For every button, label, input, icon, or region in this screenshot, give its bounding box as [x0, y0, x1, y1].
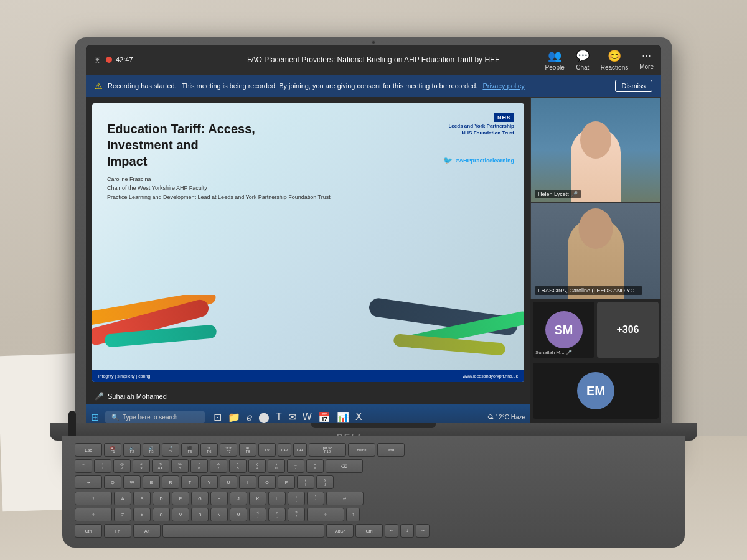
taskbar-teams-icon[interactable]: T [276, 411, 282, 422]
key-8[interactable]: *8 [229, 459, 247, 473]
key-0[interactable]: )0 [268, 459, 285, 473]
key-f10[interactable]: F10 [278, 443, 291, 457]
key-rshift[interactable]: ⇧ [307, 508, 344, 521]
key-2[interactable]: @2 [113, 459, 131, 473]
key-rbracket[interactable]: }] [316, 475, 334, 489]
key-slash[interactable]: ?/ [288, 508, 305, 521]
taskbar-folder-icon[interactable]: 📁 [228, 411, 240, 423]
key-x[interactable]: X [133, 508, 151, 521]
key-4[interactable]: $4 € [152, 459, 169, 473]
taskbar-chrome-icon[interactable]: ⬤ [258, 411, 270, 423]
taskbar-excel-icon[interactable]: X [355, 411, 362, 422]
key-minus[interactable]: _- [287, 459, 304, 473]
key-d[interactable]: D [153, 492, 170, 505]
key-o[interactable]: O [258, 475, 276, 489]
windows-logo[interactable]: ⊞ [91, 411, 99, 423]
key-f1[interactable]: 🔇F1 [104, 443, 121, 457]
key-z[interactable]: Z [114, 508, 131, 521]
slide-graphic [92, 295, 524, 370]
key-a[interactable]: A [114, 492, 131, 505]
key-f2[interactable]: 🔉F2 [123, 443, 141, 457]
key-e[interactable]: E [143, 475, 160, 489]
search-icon: 🔍 [111, 414, 119, 421]
key-lshift[interactable]: ⇧ [75, 508, 112, 521]
key-f6[interactable]: ☀F6 [200, 443, 218, 457]
key-capslock[interactable]: ⇪ [75, 492, 112, 505]
key-c[interactable]: C [153, 508, 170, 521]
taskbar-multiwindow-icon[interactable]: ⊡ [214, 411, 222, 423]
more-button[interactable]: ··· More [639, 49, 654, 70]
key-t[interactable]: T [181, 475, 199, 489]
privacy-policy-link[interactable]: Privacy policy [482, 82, 524, 90]
key-v[interactable]: V [172, 508, 189, 521]
taskbar-word-icon[interactable]: W [303, 411, 312, 422]
key-down[interactable]: ↓ [400, 524, 414, 538]
key-right[interactable]: → [416, 524, 430, 538]
key-3[interactable]: #3 [133, 459, 150, 473]
key-y[interactable]: Y [200, 475, 218, 489]
people-button[interactable]: 👥 People [545, 49, 565, 71]
recording-badge: ⛨ 42:47 [93, 55, 133, 65]
taskbar-app1-icon[interactable]: 📊 [337, 411, 349, 423]
key-9[interactable]: (9 [248, 459, 266, 473]
key-f7[interactable]: ☀☀F7 [220, 443, 237, 457]
key-s[interactable]: S [133, 492, 151, 505]
key-up[interactable]: ↑ [346, 508, 360, 521]
key-f8[interactable]: ⊞F8 [239, 443, 256, 457]
key-p[interactable]: P [278, 475, 295, 489]
key-q[interactable]: Q [104, 475, 121, 489]
key-quote[interactable]: "' [307, 492, 324, 505]
key-n[interactable]: N [210, 508, 228, 521]
key-1[interactable]: !1 [94, 459, 111, 473]
key-f5[interactable]: ⬛F5 [181, 443, 199, 457]
dismiss-button[interactable]: Dismiss [615, 80, 653, 92]
taskbar-calendar-icon[interactable]: 📅 [318, 411, 331, 423]
key-f9[interactable]: F9 [258, 443, 276, 457]
taskbar-ie-icon[interactable]: ℯ [247, 411, 252, 423]
key-f3[interactable]: 🔊F3 [143, 443, 160, 457]
key-f11[interactable]: F11 [293, 443, 307, 457]
key-left[interactable]: ← [385, 524, 398, 538]
key-home[interactable]: home [348, 443, 375, 457]
taskbar-mail-icon[interactable]: ✉ [288, 411, 296, 423]
key-equals[interactable]: += [306, 459, 324, 473]
key-comma[interactable]: <, [249, 508, 266, 521]
key-space[interactable] [162, 524, 324, 538]
key-h[interactable]: H [210, 492, 228, 505]
key-5[interactable]: %5 [171, 459, 189, 473]
key-semicolon[interactable]: :; [288, 492, 305, 505]
key-prtsc[interactable]: prt scF10 [309, 443, 346, 457]
key-r[interactable]: R [162, 475, 179, 489]
key-tab[interactable]: ⇥ [75, 475, 102, 489]
key-f4[interactable]: 🎤F4 [162, 443, 179, 457]
key-esc[interactable]: Esc [75, 443, 102, 457]
key-rctrl[interactable]: Ctrl [355, 524, 383, 538]
key-period[interactable]: >. [268, 508, 286, 521]
reactions-button[interactable]: 😊 Reactions [601, 49, 628, 71]
key-i[interactable]: I [239, 475, 256, 489]
key-backtick[interactable]: ~` [75, 459, 92, 473]
key-alt[interactable]: Alt [133, 524, 161, 538]
slide-footer-url: www.leedsandyorkpft.nhs.uk [463, 374, 518, 378]
key-end[interactable]: end [377, 443, 405, 457]
key-u[interactable]: U [220, 475, 237, 489]
key-l[interactable]: L [268, 492, 286, 505]
key-backspace[interactable]: ⌫ [326, 459, 363, 473]
taskbar-search-box[interactable]: 🔍 Type here to search [105, 411, 205, 423]
key-lbracket[interactable]: {[ [297, 475, 314, 489]
key-6[interactable]: ^6 [190, 459, 208, 473]
key-m[interactable]: M [230, 508, 247, 521]
key-altgr[interactable]: AltGr [326, 524, 354, 538]
chat-button[interactable]: 💬 Chat [576, 49, 590, 71]
key-b[interactable]: B [191, 508, 209, 521]
reactions-label: Reactions [601, 64, 628, 71]
key-w[interactable]: W [123, 475, 141, 489]
key-f[interactable]: F [172, 492, 189, 505]
key-g[interactable]: G [191, 492, 209, 505]
key-k[interactable]: K [249, 492, 266, 505]
key-7[interactable]: &7 [210, 459, 227, 473]
key-fn[interactable]: Fn [104, 524, 131, 538]
key-j[interactable]: J [230, 492, 247, 505]
key-enter[interactable]: ↵ [326, 492, 364, 505]
key-ctrl[interactable]: Ctrl [75, 524, 102, 538]
